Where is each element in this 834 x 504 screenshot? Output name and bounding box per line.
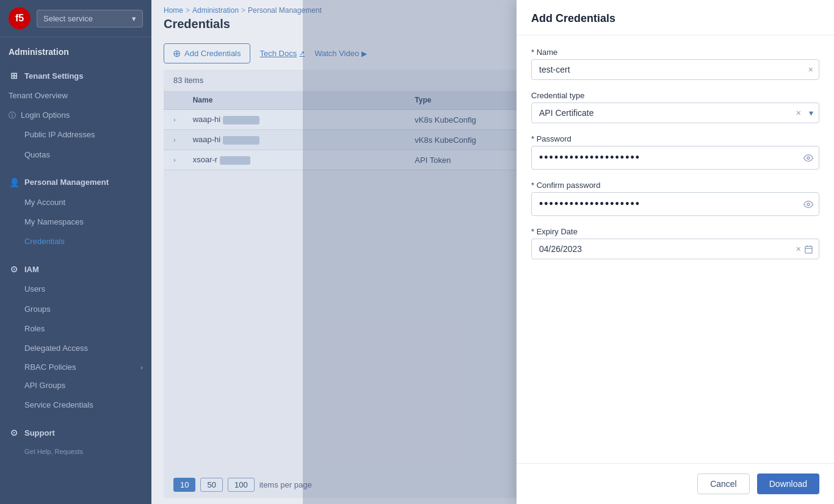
- add-credentials-button[interactable]: ⊕ Add Credentials: [164, 43, 250, 63]
- sidebar-group-title-personal[interactable]: 👤 Personal Management: [0, 172, 151, 193]
- blurred-name-3: [220, 156, 250, 165]
- panel-body: * Name × Credential type × ▾ * Password: [517, 35, 834, 463]
- panel-title: Add Credentials: [531, 12, 819, 25]
- sidebar-item-login-options[interactable]: ⓘ Login Options: [0, 106, 151, 125]
- sidebar-group-title-tenant-settings[interactable]: ⊞ Tenant Settings: [0, 65, 151, 86]
- panel-header: Add Credentials: [517, 0, 834, 35]
- iam-icon: ⊙: [9, 264, 20, 275]
- sidebar-group-title-iam[interactable]: ⊙ IAM: [0, 259, 151, 279]
- expand-row-3-button[interactable]: ›: [171, 155, 178, 165]
- expiry-date-calendar-button[interactable]: [803, 243, 814, 255]
- cancel-button[interactable]: Cancel: [697, 473, 750, 494]
- pagination-10-button[interactable]: 10: [173, 478, 195, 492]
- pagination-100-button[interactable]: 100: [228, 478, 255, 492]
- svg-point-1: [807, 203, 810, 206]
- blurred-name-2: [223, 136, 259, 145]
- breadcrumb-sep-1: >: [186, 6, 190, 15]
- watch-video-link[interactable]: Watch Video ▶: [314, 49, 367, 58]
- credential-type-select-wrapper: × ▾: [531, 103, 819, 123]
- sidebar-item-tenant-overview[interactable]: Tenant Overview: [0, 86, 151, 106]
- chevron-down-icon: ▾: [132, 14, 136, 23]
- table-col-name[interactable]: Name: [186, 91, 408, 110]
- svg-point-0: [807, 157, 810, 159]
- sidebar-item-groups[interactable]: Groups: [0, 300, 151, 319]
- form-label-name: * Name: [531, 48, 819, 57]
- sidebar: f5 Select service ▾ Administration ⊞ Ten…: [0, 0, 151, 504]
- table-cell-name-3: xsoar-r: [186, 150, 408, 170]
- password-input[interactable]: [531, 146, 819, 170]
- sidebar-item-my-namespaces[interactable]: My Namespaces: [0, 212, 151, 232]
- password-input-wrapper: [531, 146, 819, 170]
- add-credentials-panel: Add Credentials * Name × Credential type…: [517, 0, 834, 504]
- name-input[interactable]: [531, 59, 819, 80]
- form-group-password: * Password: [531, 134, 819, 170]
- sidebar-section-header: Administration: [0, 37, 151, 62]
- confirm-password-eye-button[interactable]: [802, 198, 814, 211]
- form-group-expiry-date: * Expiry Date ×: [531, 227, 819, 259]
- sidebar-item-service-credentials[interactable]: Service Credentials: [0, 395, 151, 415]
- blurred-name-1: [223, 116, 259, 124]
- password-eye-button[interactable]: [802, 152, 814, 164]
- form-label-expiry-date: * Expiry Date: [531, 227, 819, 236]
- table-cell-name-2: waap-hi: [186, 130, 408, 150]
- sidebar-group-personal-management: 👤 Personal Management My Account My Name…: [0, 168, 151, 256]
- sidebar-item-delegated-access[interactable]: Delegated Access: [0, 339, 151, 358]
- sidebar-item-quotas[interactable]: Quotas: [0, 145, 151, 165]
- sidebar-item-rbac-policies[interactable]: RBAC Policies ›: [0, 358, 151, 376]
- credential-type-dropdown-button[interactable]: ▾: [808, 107, 814, 119]
- play-icon: ▶: [361, 49, 367, 58]
- tech-docs-link[interactable]: Tech Docs ↗: [260, 49, 305, 58]
- sidebar-item-users[interactable]: Users: [0, 279, 151, 299]
- chevron-right-icon: ›: [140, 364, 143, 371]
- pagination-50-button[interactable]: 50: [200, 478, 222, 492]
- plus-icon: ⊕: [173, 48, 181, 59]
- sidebar-item-public-ip[interactable]: Public IP Addresses: [0, 125, 151, 145]
- form-label-credential-type: Credential type: [531, 91, 819, 100]
- credential-type-input[interactable]: [531, 103, 819, 123]
- external-link-icon: ↗: [299, 49, 305, 57]
- pagination-label: items per page: [259, 480, 312, 489]
- sidebar-item-credentials[interactable]: Credentials: [0, 232, 151, 251]
- name-clear-button[interactable]: ×: [807, 63, 814, 76]
- sidebar-item-my-account[interactable]: My Account: [0, 193, 151, 212]
- user-icon: 👤: [9, 177, 20, 188]
- sidebar-item-api-groups[interactable]: API Groups: [0, 376, 151, 395]
- form-label-confirm-password: * Confirm password: [531, 181, 819, 190]
- svg-rect-2: [805, 246, 812, 253]
- panel-footer: Cancel Download: [517, 463, 834, 504]
- f5-logo[interactable]: f5: [9, 7, 31, 29]
- expiry-date-clear-button[interactable]: ×: [795, 243, 802, 255]
- table-col-expand: [164, 91, 186, 110]
- info-icon: ⓘ: [9, 110, 16, 121]
- grid-icon: ⊞: [9, 70, 20, 81]
- breadcrumb-home[interactable]: Home: [164, 6, 183, 15]
- expiry-date-input[interactable]: [531, 239, 819, 259]
- table-cell-name-1: waap-hi: [186, 110, 408, 130]
- form-group-credential-type: Credential type × ▾: [531, 91, 819, 123]
- breadcrumb-personal-management: Personal Management: [248, 6, 322, 15]
- expand-row-1-button[interactable]: ›: [171, 115, 178, 124]
- download-button[interactable]: Download: [757, 473, 819, 494]
- breadcrumb-administration[interactable]: Administration: [192, 6, 239, 15]
- sidebar-item-roles[interactable]: Roles: [0, 319, 151, 339]
- sidebar-logo-area: f5 Select service ▾: [0, 0, 151, 37]
- form-group-confirm-password: * Confirm password: [531, 181, 819, 216]
- sidebar-group-title-support[interactable]: ⊙ Support: [0, 422, 151, 443]
- name-input-wrapper: ×: [531, 59, 819, 80]
- select-service-dropdown[interactable]: Select service ▾: [37, 10, 143, 27]
- credential-type-clear-button[interactable]: ×: [795, 107, 802, 119]
- sidebar-group-tenant-settings: ⊞ Tenant Settings Tenant Overview ⓘ Logi…: [0, 62, 151, 168]
- breadcrumb-sep-2: >: [241, 6, 245, 15]
- sidebar-item-support-subtitle[interactable]: Get Help, Requests: [0, 443, 151, 461]
- confirm-password-input[interactable]: [531, 192, 819, 216]
- confirm-password-input-wrapper: [531, 192, 819, 216]
- form-group-name: * Name ×: [531, 48, 819, 80]
- form-label-password: * Password: [531, 134, 819, 143]
- sidebar-group-iam: ⊙ IAM Users Groups Roles Delegated Acces…: [0, 255, 151, 419]
- sidebar-group-support: ⊙ Support Get Help, Requests: [0, 419, 151, 464]
- support-icon: ⊙: [9, 427, 20, 438]
- expiry-date-input-wrapper: ×: [531, 239, 819, 259]
- expand-row-2-button[interactable]: ›: [171, 135, 178, 145]
